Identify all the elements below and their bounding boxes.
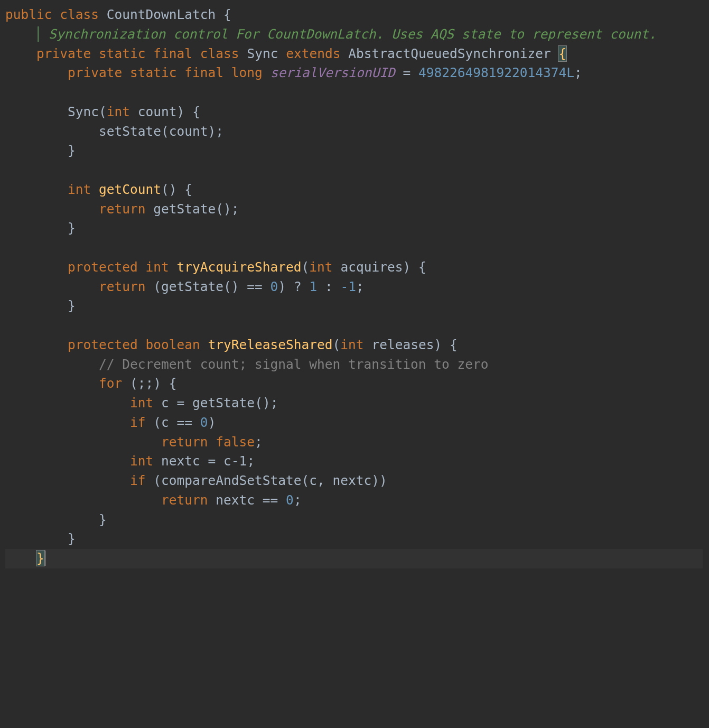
semicolon: ; [356,279,364,294]
brace-close: } [68,143,76,158]
method-name-tryreleaseshared: tryReleaseShared [208,337,333,352]
numeric-literal: 0 [286,492,294,508]
param-releases: releases [371,337,434,352]
code-line: int c = getState(); [5,395,278,410]
keyword-false: false [216,434,255,450]
keyword-if: if [130,473,146,488]
code-line: int getCount() { [5,182,192,197]
keyword-protected: protected [68,337,138,352]
code-line: } [5,220,76,236]
code-line: private static final long serialVersionU… [5,65,582,80]
code-line: Sync(int count) { [5,104,200,119]
keyword-return: return [161,434,208,450]
matched-brace-close: } [36,550,44,566]
keyword-final: final [153,46,192,61]
caret-icon [44,550,45,566]
code-line: public class CountDownLatch { [5,7,231,22]
param-acquires: acquires [340,259,403,275]
code-line: protected boolean tryReleaseShared(int r… [5,337,458,352]
operator-assign: = [177,395,185,410]
var-c: c [161,395,169,410]
code-line: } [5,298,76,313]
matched-brace-open: { [558,46,566,61]
keyword-protected: protected [68,259,138,275]
numeric-literal: 0 [200,415,208,430]
keyword-final: final [184,65,223,80]
code-line: return nextc == 0; [5,492,302,508]
operator-ternary-q: ? [294,279,302,294]
keyword-return: return [99,201,146,217]
brace: { [223,7,231,22]
method-call-getstate: getState [153,201,216,217]
brace: { [192,104,200,119]
brace: { [184,182,192,197]
brace: { [450,337,458,352]
paren-close: ) [434,337,442,352]
code-line: setState(count); [5,124,223,139]
keyword-int: int [107,104,130,119]
code-line: for (;;) { [5,376,177,391]
brace-close: } [68,298,76,313]
keyword-public: public [5,7,52,22]
code-line: if (compareAndSetState(c, nextc)) [5,473,387,488]
code-line: protected int tryAcquireShared(int acqui… [5,259,426,275]
operator-assign: = [403,65,411,80]
brace-close: } [68,531,76,546]
parens: () [161,182,177,197]
code-line: return (getState() == 0) ? 1 : -1; [5,279,364,294]
method-name-tryacquireshared: tryAcquireShared [177,259,302,275]
javadoc-summary: Synchronization control For CountDownLat… [49,26,657,42]
keyword-int: int [146,259,169,275]
operator-eq: == [177,415,193,430]
semicolon: ; [574,65,582,80]
brace-close: } [68,220,76,236]
constructor-name: Sync [68,104,99,119]
code-line: return getState(); [5,201,239,217]
keyword-return: return [161,492,208,508]
keyword-private: private [68,65,122,80]
keyword-static: static [130,65,177,80]
line-comment: // Decrement count; signal when transiti… [99,357,489,372]
code-line: } [5,512,107,527]
method-call-getstate: getState [161,279,223,294]
method-call-compareandsetstate: compareAndSetState [161,473,302,488]
code-line: return false; [5,434,263,450]
brace: { [418,259,426,275]
method-call-setstate: setState [99,124,161,139]
arg-count: count [169,124,208,139]
keyword-boolean: boolean [146,337,200,352]
doc-line: Synchronization control For CountDownLat… [5,26,657,42]
code-line: } [5,531,76,546]
keyword-int: int [309,259,332,275]
numeric-literal: 1 [309,279,317,294]
var-nextc: nextc [161,453,200,469]
keyword-int: int [68,182,91,197]
code-line: private static final class Sync extends … [5,46,566,61]
keyword-return: return [99,279,146,294]
keyword-class: class [60,7,99,22]
field-serialversionuid: serialVersionUID [270,65,395,80]
current-line: } [5,549,703,568]
operator-eq: == [247,279,263,294]
keyword-static: static [99,46,146,61]
param-count: count [138,104,177,119]
var-c: c [161,415,169,430]
keyword-class: class [200,46,239,61]
method-name-getcount: getCount [99,182,161,197]
class-name-sync: Sync [247,46,278,61]
numeric-literal: 4982264981922014374L [418,65,574,80]
keyword-if: if [130,415,146,430]
paren-close: ) [177,104,185,119]
paren-open: ( [302,259,310,275]
keyword-private: private [36,46,91,61]
keyword-int: int [130,453,153,469]
paren-open: ( [99,104,107,119]
numeric-literal: -1 [340,279,356,294]
args-c-nextc: c, nextc [309,473,371,488]
code-editor[interactable]: public class CountDownLatch { Synchroniz… [0,0,709,568]
operator-eq: == [263,492,278,508]
brace: { [169,376,177,391]
operator-assign: = [208,453,216,469]
class-name: CountDownLatch [107,7,216,22]
var-nextc: nextc [216,492,255,508]
